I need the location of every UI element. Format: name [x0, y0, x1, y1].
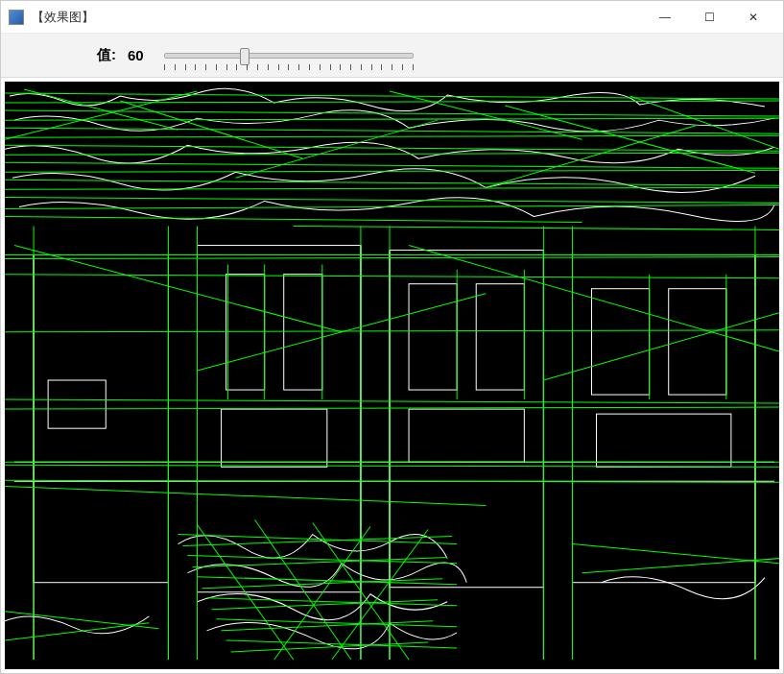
trackbar-slider[interactable]: [164, 41, 414, 70]
content-area: [1, 78, 783, 673]
svg-line-75: [409, 246, 779, 351]
svg-line-53: [5, 399, 779, 403]
trackbar-toolbar: 值: 60: [1, 34, 783, 78]
svg-rect-4: [284, 275, 322, 390]
svg-line-76: [543, 313, 779, 380]
svg-rect-7: [409, 284, 457, 390]
svg-rect-11: [592, 289, 650, 395]
trackbar-value: 60: [128, 47, 151, 63]
hough-visualization: [5, 82, 779, 669]
maximize-icon: ☐: [704, 11, 715, 24]
svg-line-35: [5, 180, 779, 185]
maximize-button[interactable]: ☐: [687, 3, 731, 32]
svg-line-32: [5, 153, 779, 155]
svg-line-36: [5, 187, 779, 189]
minimize-icon: —: [659, 11, 671, 24]
svg-line-52: [5, 330, 779, 332]
svg-line-56: [5, 465, 779, 467]
svg-line-40: [294, 226, 779, 229]
svg-rect-10: [572, 255, 754, 583]
svg-line-98: [5, 623, 149, 640]
close-button[interactable]: ✕: [731, 3, 775, 32]
app-icon: [9, 10, 24, 25]
window-title: 【效果图】: [32, 9, 94, 26]
svg-rect-9: [409, 409, 524, 462]
svg-line-54: [5, 407, 779, 409]
svg-line-93: [274, 527, 370, 660]
svg-rect-8: [476, 284, 524, 390]
svg-rect-6: [390, 251, 543, 588]
svg-line-41: [24, 89, 178, 130]
titlebar[interactable]: 【效果图】 — ☐ ✕: [1, 1, 783, 34]
svg-line-27: [5, 110, 779, 116]
svg-line-48: [486, 125, 698, 187]
output-image: [5, 82, 779, 669]
svg-line-33: [5, 162, 779, 168]
svg-line-37: [5, 197, 779, 203]
close-icon: ✕: [748, 11, 758, 24]
slider-ticks: [164, 64, 414, 70]
window-controls: — ☐ ✕: [643, 3, 775, 32]
svg-line-46: [5, 91, 197, 139]
svg-line-97: [5, 612, 158, 629]
svg-line-77: [5, 486, 486, 505]
svg-rect-13: [597, 414, 731, 467]
svg-rect-0: [34, 255, 168, 583]
trackbar-label: 值:: [97, 46, 116, 64]
svg-line-39: [5, 216, 582, 222]
svg-line-78: [178, 535, 457, 544]
slider-track[interactable]: [164, 53, 414, 59]
svg-rect-1: [48, 380, 106, 428]
svg-line-96: [582, 559, 779, 573]
slider-thumb[interactable]: [240, 48, 249, 65]
svg-rect-5: [222, 409, 327, 467]
svg-line-94: [332, 530, 428, 660]
svg-line-38: [5, 205, 779, 208]
svg-line-51: [5, 275, 779, 278]
svg-line-50: [5, 257, 779, 259]
svg-line-30: [5, 135, 779, 137]
svg-rect-3: [226, 275, 265, 390]
minimize-button[interactable]: —: [643, 3, 687, 32]
window-frame: 【效果图】 — ☐ ✕ 值: 60: [0, 0, 784, 674]
